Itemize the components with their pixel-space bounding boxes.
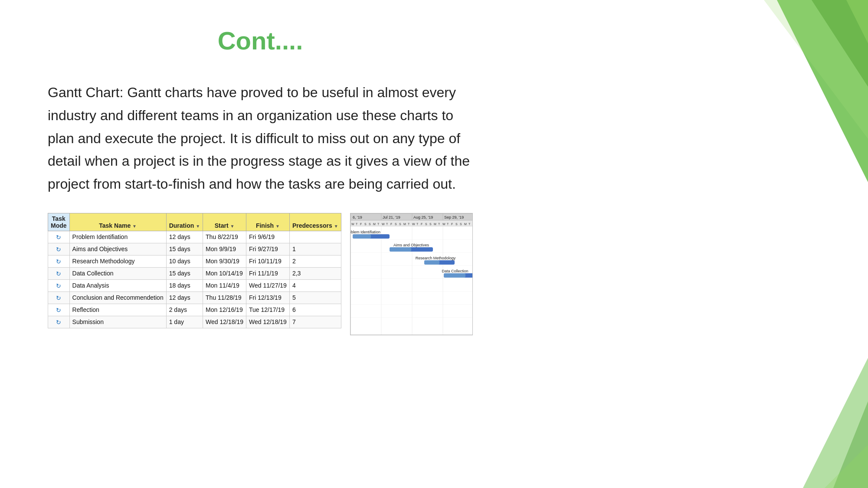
table-row: ↻Reflection2 daysMon 12/16/19Tue 12/17/1…: [48, 304, 341, 316]
finish-cell: Fri 12/13/19: [246, 291, 289, 304]
duration-cell: 12 days: [166, 231, 203, 243]
col-header-task-mode: TaskMode: [48, 213, 70, 231]
svg-text:F: F: [421, 223, 423, 226]
svg-rect-105: [424, 260, 439, 265]
task-name-cell: Problem Identifiation: [69, 231, 166, 243]
task-mode-icon: ↻: [56, 319, 61, 326]
task-name-cell: Data Analysis: [69, 279, 166, 291]
task-mode-cell: ↻: [48, 279, 70, 291]
predecessors-cell: 1: [289, 243, 341, 255]
svg-text:T: T: [438, 223, 440, 226]
task-mode-icon: ↻: [56, 270, 61, 277]
task-name-cell: Data Collection: [69, 267, 166, 279]
duration-cell: 1 day: [166, 316, 203, 328]
svg-text:Aug 25, '19: Aug 25, '19: [413, 215, 433, 219]
task-mode-icon: ↻: [56, 282, 61, 289]
svg-text:M: M: [464, 223, 467, 226]
svg-text:Sep 29, '19: Sep 29, '19: [444, 215, 464, 219]
task-mode-cell: ↻: [48, 255, 70, 267]
table-row: ↻Data Analysis18 daysMon 11/4/19Wed 11/2…: [48, 279, 341, 291]
col-header-duration: Duration ▼: [166, 213, 203, 231]
finish-cell: Fri 11/1/19: [246, 267, 289, 279]
table-row: ↻Research Methodology10 daysMon 9/30/19F…: [48, 255, 341, 267]
table-row: ↻Aims and Objectives15 daysMon 9/9/19Fri…: [48, 243, 341, 255]
table-row: ↻Submission1 dayWed 12/18/19Wed 12/18/19…: [48, 316, 341, 328]
svg-text:F: F: [360, 223, 362, 226]
svg-text:6, '19: 6, '19: [353, 215, 362, 219]
predecessors-cell: 5: [289, 291, 341, 304]
start-cell: Mon 12/16/19: [203, 304, 246, 316]
svg-rect-102: [390, 247, 411, 252]
duration-cell: 18 days: [166, 279, 203, 291]
svg-text:T: T: [356, 223, 358, 226]
duration-cell: 10 days: [166, 255, 203, 267]
start-cell: Mon 10/14/19: [203, 267, 246, 279]
svg-text:Problem Identifiation: Problem Identifiation: [350, 230, 380, 234]
svg-text:W: W: [442, 223, 445, 226]
gantt-table-wrapper: TaskMode Task Name ▼ Duration ▼ Start ▼ …: [48, 213, 341, 328]
gantt-chart-wrapper: 6, '19 Jul 21, '19 Aug 25, '19 Sep 29, '…: [350, 213, 473, 335]
description-text: Gantt Chart: Gantt charts have proved to…: [48, 81, 473, 196]
gantt-chart-svg: 6, '19 Jul 21, '19 Aug 25, '19 Sep 29, '…: [350, 213, 473, 335]
predecessors-cell: 2: [289, 255, 341, 267]
start-cell: Wed 12/18/19: [203, 316, 246, 328]
duration-cell: 15 days: [166, 267, 203, 279]
svg-text:W: W: [412, 223, 415, 226]
table-row: ↻Data Collection15 daysMon 10/14/19Fri 1…: [48, 267, 341, 279]
svg-marker-4: [803, 358, 868, 488]
svg-text:S: S: [425, 223, 427, 226]
svg-text:S: S: [364, 223, 367, 226]
col-header-predecessors: Predecessors ▼: [289, 213, 341, 231]
task-mode-cell: ↻: [48, 243, 70, 255]
svg-text:T: T: [386, 223, 388, 226]
svg-rect-99: [353, 234, 371, 239]
finish-cell: Fri 9/6/19: [246, 231, 289, 243]
gantt-table: TaskMode Task Name ▼ Duration ▼ Start ▼ …: [48, 213, 341, 328]
svg-marker-0: [777, 0, 868, 182]
task-mode-cell: ↻: [48, 316, 70, 328]
task-name-cell: Conclusion and Recommendetion: [69, 291, 166, 304]
svg-text:T: T: [447, 223, 449, 226]
finish-cell: Tue 12/17/19: [246, 304, 289, 316]
svg-text:Research Methodology: Research Methodology: [415, 256, 455, 260]
svg-marker-1: [812, 0, 868, 87]
svg-text:Jul 21, '19: Jul 21, '19: [383, 215, 400, 219]
start-cell: Mon 9/9/19: [203, 243, 246, 255]
task-mode-icon: ↻: [56, 295, 61, 301]
svg-text:S: S: [399, 223, 401, 226]
svg-rect-108: [444, 273, 465, 278]
duration-cell: 15 days: [166, 243, 203, 255]
task-mode-cell: ↻: [48, 231, 70, 243]
svg-marker-6: [825, 445, 868, 488]
predecessors-cell: 6: [289, 304, 341, 316]
svg-text:S: S: [429, 223, 432, 226]
task-mode-cell: ↻: [48, 304, 70, 316]
col-header-finish: Finish ▼: [246, 213, 289, 231]
predecessors-cell: 4: [289, 279, 341, 291]
start-cell: Mon 9/30/19: [203, 255, 246, 267]
start-cell: Mon 11/4/19: [203, 279, 246, 291]
task-name-cell: Reflection: [69, 304, 166, 316]
svg-text:M: M: [403, 223, 406, 226]
svg-text:S: S: [460, 223, 462, 226]
svg-text:T: T: [408, 223, 410, 226]
svg-marker-2: [846, 0, 868, 43]
svg-text:S: S: [395, 223, 397, 226]
task-name-cell: Submission: [69, 316, 166, 328]
svg-text:S: S: [369, 223, 371, 226]
table-row: ↻Conclusion and Recommendetion12 daysThu…: [48, 291, 341, 304]
svg-text:M: M: [373, 223, 376, 226]
start-cell: Thu 8/22/19: [203, 231, 246, 243]
finish-cell: Fri 9/27/19: [246, 243, 289, 255]
predecessors-cell: 7: [289, 316, 341, 328]
duration-cell: 12 days: [166, 291, 203, 304]
svg-text:T: T: [377, 223, 380, 226]
task-mode-icon: ↻: [56, 234, 61, 241]
svg-text:Aims and Objectives: Aims and Objectives: [393, 243, 429, 247]
svg-marker-5: [833, 401, 868, 488]
task-mode-cell: ↻: [48, 291, 70, 304]
finish-cell: Wed 11/27/19: [246, 279, 289, 291]
col-header-start: Start ▼: [203, 213, 246, 231]
predecessors-cell: [289, 231, 341, 243]
duration-cell: 2 days: [166, 304, 203, 316]
